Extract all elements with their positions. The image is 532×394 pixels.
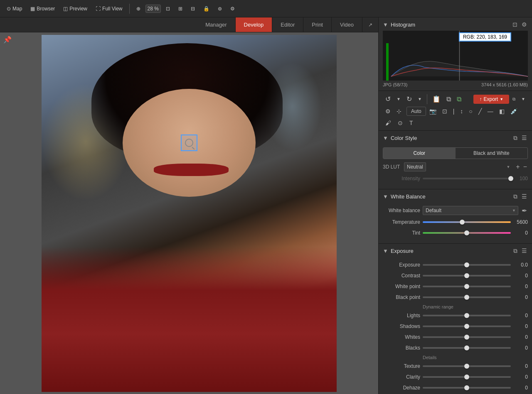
cursor-tool-button[interactable]: ⊹ — [394, 106, 404, 116]
exposure-thumb[interactable] — [464, 262, 469, 267]
whites-thumb[interactable] — [464, 335, 469, 340]
zoom-fill-button[interactable]: ⊞ — [175, 4, 186, 13]
paste-settings-button[interactable]: ⧉ — [454, 94, 464, 105]
black-point-thumb[interactable] — [464, 295, 469, 300]
brush-tool-button[interactable]: ╱ — [476, 106, 484, 116]
camera-tool-button[interactable]: 📷 — [427, 106, 439, 116]
blacks-thumb[interactable] — [464, 345, 469, 350]
histogram-settings-icon[interactable]: ⚙ — [521, 21, 528, 28]
pin-icon[interactable]: 📌 — [3, 36, 12, 44]
preview-button[interactable]: ◫ Preview — [60, 4, 91, 13]
tab-manager[interactable]: Manager — [197, 17, 235, 32]
eyedropper-tool-button[interactable]: 💉 — [508, 106, 520, 116]
wb-copy-icon[interactable]: ⧉ — [512, 193, 518, 200]
clarity-slider[interactable] — [423, 376, 511, 378]
texture-slider[interactable] — [423, 365, 511, 367]
whites-slider[interactable] — [423, 336, 511, 338]
erase-tool-button[interactable]: — — [485, 106, 496, 116]
redo-button[interactable]: ↻ — [404, 93, 414, 105]
more-options-button[interactable]: ⧉ — [510, 95, 518, 103]
exposure-icon-button[interactable]: ⊕ — [133, 4, 144, 13]
zoom-1-button[interactable]: ⊟ — [187, 4, 198, 13]
dehaze-thumb[interactable] — [464, 385, 469, 390]
wb-menu-icon[interactable]: ☰ — [521, 193, 528, 200]
cs-menu-icon[interactable]: ☰ — [521, 134, 528, 142]
export-button[interactable]: ↑ Export ▼ — [473, 95, 509, 104]
tab-develop[interactable]: Develop — [236, 17, 273, 32]
wb-title: ▼ White Balance — [383, 193, 426, 200]
map-button[interactable]: ⊙ Map — [3, 4, 25, 13]
tab-print[interactable]: Print — [303, 17, 332, 32]
more-dropdown-button[interactable]: ▼ — [519, 95, 528, 103]
temperature-thumb[interactable] — [460, 220, 465, 225]
external-link-icon[interactable]: ↗ — [362, 17, 378, 32]
rotate-tool-button[interactable]: ↕ — [458, 106, 466, 116]
exp-copy-icon[interactable]: ⧉ — [512, 247, 518, 255]
exposure-row: Exposure 0.0 — [383, 260, 528, 269]
sliders-tool-button[interactable]: ⚙ — [383, 106, 393, 116]
exp-menu-icon[interactable]: ☰ — [521, 247, 528, 255]
selection-box[interactable]: ⊕ — [181, 135, 197, 151]
exposure-header[interactable]: ▼ Exposure ⧉ ☰ — [379, 244, 532, 258]
shadows-slider[interactable] — [423, 325, 511, 327]
sep — [427, 94, 427, 104]
copy-settings-button[interactable]: ⧉ — [444, 94, 453, 105]
dynamic-range-label: Dynamic range — [383, 304, 528, 309]
exposure-icon: ⊕ — [136, 6, 140, 12]
color-toggle-btn[interactable]: Color — [383, 148, 456, 159]
undo-button[interactable]: ↺ — [383, 93, 393, 105]
white-point-thumb[interactable] — [464, 284, 469, 289]
intensity-slider[interactable] — [423, 178, 511, 179]
presets-button[interactable]: 📋 — [430, 93, 443, 105]
top-toolbar: ⊙ Map ▦ Browser ◫ Preview ⛶ Full View ⊕ … — [0, 0, 532, 17]
zoom-control[interactable]: 28 % — [145, 5, 161, 13]
tab-video[interactable]: Video — [332, 17, 362, 32]
lights-thumb[interactable] — [464, 313, 469, 318]
straighten-tool-button[interactable]: | — [451, 106, 457, 116]
wb-eyedropper-button[interactable]: ✒ — [521, 207, 528, 215]
exposure-slider[interactable] — [423, 264, 511, 266]
cs-copy-icon[interactable]: ⧉ — [512, 134, 518, 142]
mask-tool-button[interactable]: ⊙ — [395, 118, 405, 128]
white-point-slider[interactable] — [423, 286, 511, 287]
undo-history-button[interactable]: ▼ — [394, 95, 403, 103]
color-style-header[interactable]: ▼ Color Style ⧉ ☰ — [379, 131, 532, 145]
dehaze-label: Dehaze — [383, 385, 420, 391]
black-point-slider[interactable] — [423, 296, 511, 298]
lut-remove-button[interactable]: − — [522, 164, 528, 170]
gradient-tool-button[interactable]: ◧ — [497, 106, 507, 116]
auto-button[interactable]: Auto — [406, 107, 426, 116]
paint-brush-icon[interactable]: 🖌 — [383, 118, 394, 128]
contrast-slider[interactable] — [423, 275, 511, 277]
texture-thumb[interactable] — [464, 364, 469, 369]
lut-select-wrap: Neutral — [404, 162, 512, 171]
zoom-fit-button[interactable]: ⊡ — [163, 4, 173, 13]
shadows-thumb[interactable] — [464, 324, 469, 329]
bw-toggle-btn[interactable]: Black and White — [456, 148, 528, 159]
crop-tool-button[interactable]: ⊡ — [440, 106, 450, 116]
redo-history-button[interactable]: ▼ — [415, 95, 424, 103]
histogram-grid-icon[interactable]: ⊡ — [512, 21, 518, 28]
blacks-slider[interactable] — [423, 347, 511, 349]
tab-editor[interactable]: Editor — [272, 17, 303, 32]
tint-slider[interactable] — [423, 232, 511, 234]
dehaze-slider[interactable] — [423, 387, 511, 389]
contrast-thumb[interactable] — [464, 273, 469, 278]
wb-header[interactable]: ▼ White Balance ⧉ ☰ — [379, 189, 532, 203]
lut-add-button[interactable]: + — [515, 164, 520, 170]
circle-tool-button[interactable]: ○ — [466, 106, 475, 116]
fullview-button[interactable]: ⛶ Full View — [92, 4, 126, 13]
lock-button[interactable]: 🔒 — [200, 4, 213, 13]
clarity-thumb[interactable] — [464, 374, 469, 379]
intensity-thumb[interactable] — [508, 176, 513, 181]
temperature-slider[interactable] — [423, 221, 511, 223]
lights-slider[interactable] — [423, 315, 511, 316]
picker-button[interactable]: ⊚ — [214, 4, 225, 13]
settings-button[interactable]: ⚙ — [227, 4, 238, 13]
lut-select[interactable]: Neutral — [404, 162, 426, 171]
wb-preset-select[interactable]: Default Auto Daylight Cloudy Shade Tungs… — [423, 206, 518, 215]
browser-button[interactable]: ▦ Browser — [27, 4, 58, 13]
text-tool-button[interactable]: T — [407, 118, 416, 128]
whites-label: Whites — [383, 334, 420, 340]
tint-thumb[interactable] — [464, 230, 469, 235]
